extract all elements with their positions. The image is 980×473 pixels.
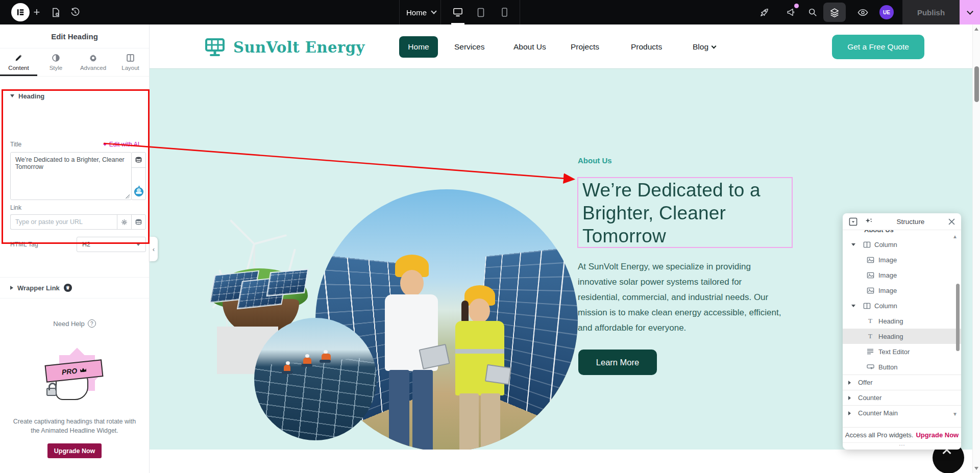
section-wrapper-link-toggle[interactable]: Wrapper Link ♛	[0, 277, 149, 298]
section-heading-toggle[interactable]: Heading	[0, 86, 149, 106]
learn-more-button[interactable]: Learn More	[578, 350, 657, 375]
page-scrollbar[interactable]	[972, 24, 980, 473]
html-tag-select[interactable]: H2	[77, 237, 146, 252]
elementor-menu-button[interactable]	[11, 3, 30, 21]
finder-search-button[interactable]	[804, 0, 821, 24]
link-dynamic-tags-button[interactable]	[131, 214, 146, 230]
tree-row-image[interactable]: Image	[843, 252, 961, 267]
worker-figure	[284, 365, 290, 372]
device-mobile-button[interactable]	[496, 0, 513, 24]
structure-panel-button[interactable]	[823, 3, 846, 22]
dynamic-tags-button[interactable]	[132, 153, 145, 168]
nav-item-blog[interactable]: Blog	[693, 36, 716, 58]
layers-icon	[829, 8, 840, 17]
title-label: Title	[10, 141, 21, 148]
clipped-tree-row: About Us	[843, 230, 961, 235]
structure-panel: Structure About Us Column Image	[843, 213, 961, 450]
nav-item-home[interactable]: Home	[399, 36, 438, 58]
history-button[interactable]	[66, 0, 84, 24]
caret-right-icon[interactable]	[848, 381, 851, 385]
upgrade-now-link[interactable]: Upgrade Now	[916, 431, 959, 439]
tree-scroll-down-arrow[interactable]: ▼	[952, 411, 958, 417]
tree-row-button[interactable]: Button	[843, 359, 961, 375]
text-editor-icon	[866, 347, 874, 356]
tree-row-counter-main[interactable]: Counter Main	[843, 405, 961, 420]
get-free-quote-button[interactable]: Get a Free Quote	[832, 35, 924, 59]
site-logo[interactable]: SunVolt Energy	[205, 38, 365, 57]
selected-heading-widget[interactable]: We’re Dedicated to a Brighter, Cleaner T…	[577, 177, 793, 248]
chevron-down-icon	[967, 8, 973, 15]
solar-panel	[266, 269, 308, 296]
tree-scroll-up-arrow[interactable]: ▲	[952, 234, 958, 239]
elementor-logo-icon	[15, 7, 26, 17]
database-icon	[135, 157, 142, 163]
page-settings-button[interactable]	[47, 0, 64, 24]
title-textarea[interactable]: We’re Dedicated to a Brighter, Cleaner T…	[11, 153, 131, 200]
panel-collapse-button[interactable]: ‹	[150, 237, 158, 261]
scrollbar-down-arrow[interactable]	[974, 467, 978, 470]
add-element-button[interactable]: +	[29, 0, 45, 24]
link-url-input[interactable]	[10, 214, 117, 230]
caret-down-icon[interactable]	[851, 305, 855, 307]
tree-row-counter[interactable]: Counter	[843, 390, 961, 405]
ai-robot-icon[interactable]	[134, 187, 143, 196]
hero-paragraph[interactable]: At SunVolt Energy, we specialize in prov…	[578, 259, 784, 336]
widget-edit-panel: Edit Heading Content Style	[0, 24, 150, 473]
mobile-icon	[502, 8, 507, 17]
notification-dot	[794, 4, 799, 8]
tree-row-heading[interactable]: T Heading	[843, 313, 961, 329]
eye-icon	[857, 8, 868, 17]
dock-panel-icon[interactable]	[849, 217, 857, 226]
caret-down-icon[interactable]	[851, 243, 855, 246]
edit-with-ai-button[interactable]: ✦ Edit with AI	[103, 141, 139, 148]
tree-row-image[interactable]: Image	[843, 267, 961, 283]
tree-row-offer[interactable]: Offer	[843, 375, 961, 390]
link-options-button[interactable]	[117, 214, 132, 230]
hero-image-workers[interactable]	[254, 318, 377, 440]
tab-layout[interactable]: Layout	[112, 48, 149, 76]
button-icon	[866, 363, 874, 371]
preview-button[interactable]	[853, 0, 872, 24]
pro-illustration: PRO	[41, 351, 108, 410]
chevron-down-icon	[136, 243, 140, 246]
need-help-link[interactable]: Need Help ?	[0, 319, 149, 328]
tree-row-text-editor[interactable]: Text Editor	[843, 344, 961, 359]
tree-row-column[interactable]: Column	[843, 298, 961, 313]
ai-sparkles-icon[interactable]	[865, 217, 873, 226]
scrollbar-up-arrow[interactable]	[974, 28, 978, 31]
tab-advanced[interactable]: Advanced	[75, 48, 112, 76]
caret-right-icon[interactable]	[848, 396, 851, 400]
hero-eyebrow: About Us	[578, 156, 612, 165]
lock-icon	[46, 388, 57, 396]
nav-item-products[interactable]: Products	[631, 36, 662, 58]
resize-handle[interactable]	[125, 194, 130, 198]
structure-tree: Column Image Image Image	[843, 235, 961, 420]
nav-item-about-us[interactable]: About Us	[513, 36, 546, 58]
tree-row-column[interactable]: Column	[843, 237, 961, 252]
tree-row-heading-selected[interactable]: T Heading	[843, 329, 961, 344]
structure-more-button[interactable]: ···	[843, 442, 961, 450]
publish-options-button[interactable]	[960, 0, 980, 24]
tab-content[interactable]: Content	[0, 48, 37, 76]
heading-icon: T	[866, 332, 874, 340]
scrollbar-thumb[interactable]	[974, 66, 979, 102]
close-icon[interactable]	[948, 218, 955, 225]
device-desktop-button[interactable]	[449, 0, 467, 24]
chevron-down-icon	[431, 8, 436, 14]
publish-button[interactable]: Publish	[902, 0, 960, 24]
device-tablet-button[interactable]	[472, 0, 489, 24]
nav-item-services[interactable]: Services	[454, 36, 484, 58]
checklist-button[interactable]	[755, 0, 773, 24]
user-avatar[interactable]: UE	[879, 5, 894, 19]
image-icon	[866, 271, 874, 279]
nav-item-projects[interactable]: Projects	[571, 36, 599, 58]
tab-style[interactable]: Style	[37, 48, 75, 76]
tree-scrollbar-thumb[interactable]	[956, 284, 960, 351]
upgrade-now-button[interactable]: Upgrade Now	[47, 443, 102, 458]
page-switcher[interactable]: Home	[406, 0, 436, 24]
document-settings-icon	[52, 8, 60, 17]
caret-down-icon	[10, 94, 14, 97]
tree-row-image[interactable]: Image	[843, 283, 961, 298]
chevron-down-icon	[712, 43, 717, 48]
caret-right-icon[interactable]	[848, 411, 851, 415]
